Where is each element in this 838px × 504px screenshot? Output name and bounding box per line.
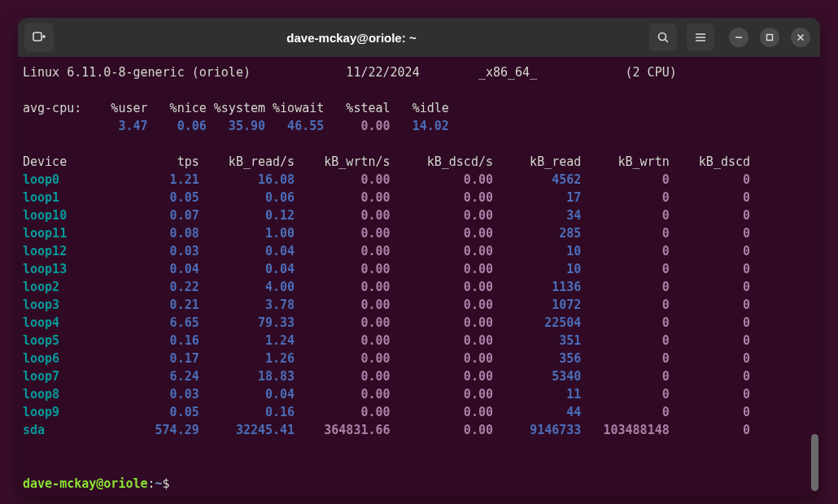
device-row: loop5 0.16 1.24 0.00 0.00 351 0 0 xyxy=(23,332,817,350)
svg-rect-9 xyxy=(767,35,773,41)
maximize-button[interactable] xyxy=(760,28,779,47)
device-row: loop10 0.07 0.12 0.00 0.00 34 0 0 xyxy=(23,206,817,224)
close-icon xyxy=(797,33,805,41)
device-row: loop3 0.21 3.78 0.00 0.00 1072 0 0 xyxy=(23,296,817,314)
device-row: sda 574.29 32245.41 364831.66 0.00 91467… xyxy=(23,421,817,439)
device-row: loop7 6.24 18.83 0.00 0.00 5340 0 0 xyxy=(23,367,817,385)
device-row: loop8 0.03 0.04 0.00 0.00 11 0 0 xyxy=(23,385,817,403)
device-row: loop9 0.05 0.16 0.00 0.00 44 0 0 xyxy=(23,403,817,421)
hamburger-icon xyxy=(694,31,707,44)
terminal-window: dave-mckay@oriole: ~ xyxy=(18,18,820,496)
svg-rect-0 xyxy=(33,33,41,41)
minimize-button[interactable] xyxy=(729,28,749,47)
scrollbar-thumb[interactable] xyxy=(811,434,818,491)
device-row: loop1 0.05 0.06 0.00 0.00 17 0 0 xyxy=(23,189,817,206)
terminal-body[interactable]: Linux 6.11.0-8-generic (oriole) 11/22/20… xyxy=(18,57,820,496)
search-icon xyxy=(657,31,670,44)
terminal-output: Linux 6.11.0-8-generic (oriole) 11/22/20… xyxy=(23,63,817,493)
new-tab-icon xyxy=(33,31,46,44)
device-row: loop11 0.08 1.00 0.00 0.00 285 0 0 xyxy=(23,224,817,242)
shell-prompt: dave-mckay@oriole:~$ xyxy=(23,475,817,493)
titlebar: dave-mckay@oriole: ~ xyxy=(18,18,820,57)
close-button[interactable] xyxy=(791,28,810,47)
window-title: dave-mckay@oriole: ~ xyxy=(54,31,649,45)
cpu-values: 3.47 0.06 35.90 46.55 0.00 14.02 xyxy=(23,117,817,135)
device-row: loop4 6.65 79.33 0.00 0.00 22504 0 0 xyxy=(23,314,817,332)
device-row: loop0 1.21 16.08 0.00 0.00 4562 0 0 xyxy=(23,171,817,189)
menu-button[interactable] xyxy=(687,24,714,51)
device-row: loop13 0.04 0.04 0.00 0.00 10 0 0 xyxy=(23,260,817,278)
device-row: loop12 0.03 0.04 0.00 0.00 10 0 0 xyxy=(23,242,817,260)
cpu-header: avg-cpu: %user %nice %system %iowait %st… xyxy=(23,99,817,117)
minimize-icon xyxy=(735,33,743,41)
search-button[interactable] xyxy=(649,24,677,51)
system-line: Linux 6.11.0-8-generic (oriole) 11/22/20… xyxy=(23,65,677,80)
svg-line-4 xyxy=(666,40,669,43)
new-tab-button[interactable] xyxy=(24,23,54,52)
device-header: Device tps kB_read/s kB_wrtn/s kB_dscd/s… xyxy=(23,153,817,171)
device-row: loop6 0.17 1.26 0.00 0.00 356 0 0 xyxy=(23,350,817,367)
svg-point-3 xyxy=(659,33,666,41)
device-row: loop2 0.22 4.00 0.00 0.00 1136 0 0 xyxy=(23,278,817,296)
maximize-icon xyxy=(766,33,774,41)
